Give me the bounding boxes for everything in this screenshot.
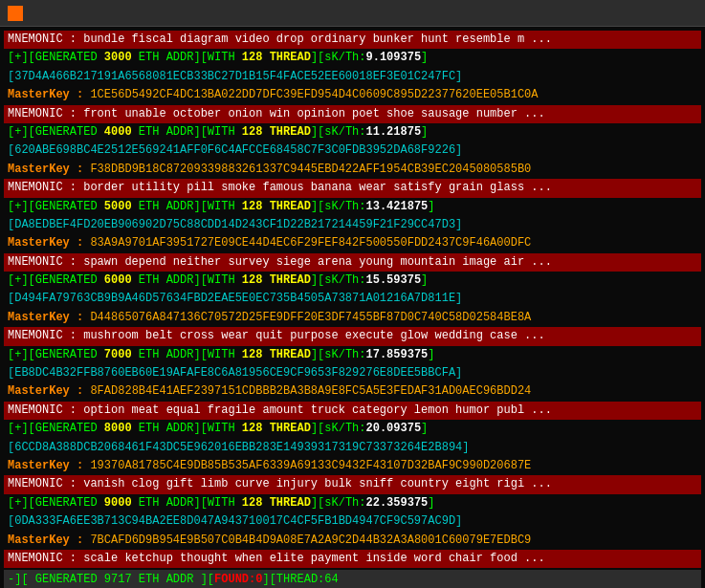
- terminal-row-25: [+][GENERATED 9000 ETH ADDR][WITH 128 TH…: [4, 494, 701, 512]
- terminal-row-5: [+][GENERATED 4000 ETH ADDR][WITH 128 TH…: [4, 123, 701, 142]
- terminal-row-19: MasterKey : 8FAD828B4E41AEF2397151CDBBB2…: [4, 382, 701, 401]
- terminal-row-15: MasterKey : D44865076A847136C70572D25FE9…: [4, 309, 701, 327]
- terminal-row-3: MasterKey : 1CE56D5492CF4DC13BA022DD7DFC…: [4, 86, 701, 104]
- terminal-row-6: [620ABE698BC4E2512E569241AFF0F6C4AFCCE68…: [4, 142, 701, 160]
- terminal-row-16: MNEMONIC : mushroom belt cross wear quit…: [4, 327, 701, 345]
- terminal-row-1: [+][GENERATED 3000 ETH ADDR][WITH 128 TH…: [4, 49, 701, 67]
- terminal-row-14: [D494FA79763CB9B9A46D57634FBD2EAE5E0EC73…: [4, 290, 701, 308]
- terminal-row-26: [0DA333FA6EE3B713C94BA2EE8D047A943710017…: [4, 512, 701, 531]
- terminal-row-28: MNEMONIC : scale ketchup thought when el…: [4, 550, 701, 568]
- terminal-row-22: [6CCD8A388DCB2068461F43DC5E962016EBB283E…: [4, 439, 701, 457]
- terminal-content: MNEMONIC : bundle fiscal diagram video d…: [0, 27, 705, 588]
- terminal-row-18: [EB8DC4B32FFB8760EB60E19AFAFE8C6A81956CE…: [4, 364, 701, 382]
- terminal-row-29: -][ GENERATED 9717 ETH ADDR ][FOUND:0][T…: [4, 570, 701, 588]
- terminal-row-2: [37D4A466B217191A6568081ECB33BC27D1B15F4…: [4, 68, 701, 86]
- terminal-row-12: MNEMONIC : spawn depend neither survey s…: [4, 253, 701, 272]
- terminal-row-7: MasterKey : F38DBD9B18C87209339883261337…: [4, 161, 701, 179]
- terminal-row-23: MasterKey : 19370A81785C4E9DB85B535AF633…: [4, 457, 701, 475]
- title-bar: [0, 0, 705, 27]
- terminal-row-10: [DA8EDBEF4FD20EB906902D75C88CDD14D243CF1…: [4, 216, 701, 234]
- terminal-row-13: [+][GENERATED 6000 ETH ADDR][WITH 128 TH…: [4, 272, 701, 290]
- terminal-row-21: [+][GENERATED 8000 ETH ADDR][WITH 128 TH…: [4, 420, 701, 438]
- app-icon: [8, 6, 23, 21]
- terminal-row-8: MNEMONIC : border utility pill smoke fam…: [4, 179, 701, 197]
- terminal-row-17: [+][GENERATED 7000 ETH ADDR][WITH 128 TH…: [4, 346, 701, 364]
- terminal-row-20: MNEMONIC : option meat equal fragile amo…: [4, 402, 701, 420]
- terminal-row-0: MNEMONIC : bundle fiscal diagram video d…: [4, 31, 701, 49]
- terminal-row-27: MasterKey : 7BCAFD6D9B954E9B507C0B4B4D9A…: [4, 532, 701, 550]
- terminal-row-24: MNEMONIC : vanish clog gift limb curve i…: [4, 475, 701, 493]
- terminal-row-4: MNEMONIC : front unable october onion wi…: [4, 105, 701, 123]
- title-bar-left: [8, 6, 31, 21]
- terminal-row-11: MasterKey : 83A9A9701AF3951727E09CE44D4E…: [4, 234, 701, 252]
- terminal-row-9: [+][GENERATED 5000 ETH ADDR][WITH 128 TH…: [4, 198, 701, 216]
